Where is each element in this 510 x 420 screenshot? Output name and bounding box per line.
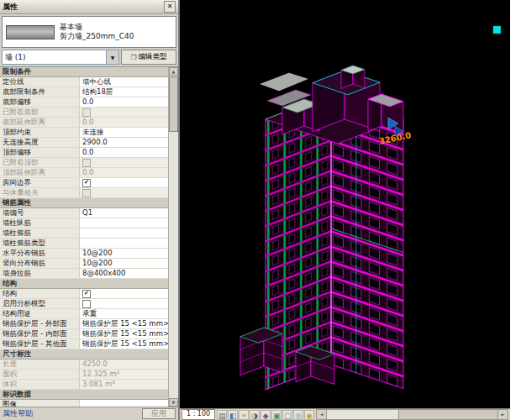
show-rendering-dialog-icon[interactable]: ◆ bbox=[260, 410, 271, 420]
properties-help-link[interactable]: 属性帮助 bbox=[3, 408, 33, 419]
property-value[interactable] bbox=[80, 218, 168, 228]
property-label: 长度 bbox=[0, 360, 80, 369]
property-value[interactable]: 2900.0 bbox=[80, 138, 168, 147]
property-row: 面积12.325 m² bbox=[0, 370, 168, 380]
scale-control[interactable]: 1 : 100 bbox=[181, 409, 215, 420]
reveal-hidden-elements-icon[interactable]: ◉ bbox=[304, 410, 314, 420]
property-row: 房间边界✔ bbox=[0, 178, 168, 188]
property-group-header[interactable]: 限制条件 bbox=[0, 67, 168, 77]
property-label: 墙柱箍筋 bbox=[0, 228, 80, 238]
property-label: 与体量相关 bbox=[0, 188, 80, 197]
property-label: 水平分布钢筋 bbox=[0, 249, 80, 258]
type-selector-preview[interactable]: 基本墙 剪力墙_250mm_C40 bbox=[2, 16, 176, 48]
sun-path-icon[interactable]: ☀ bbox=[239, 410, 249, 420]
property-value[interactable]: 10@200 bbox=[80, 259, 168, 268]
property-label: 体积 bbox=[0, 380, 80, 389]
property-value[interactable] bbox=[80, 400, 168, 407]
close-icon[interactable]: ✕ bbox=[164, 1, 176, 13]
property-value[interactable] bbox=[80, 239, 168, 248]
crop-view-icon[interactable]: ▣ bbox=[271, 410, 281, 420]
property-label: 已附着底部 bbox=[0, 108, 80, 117]
scroll-down-icon[interactable]: ▼ bbox=[169, 398, 178, 407]
scroll-up-icon[interactable]: ▲ bbox=[169, 67, 178, 76]
properties-title: 属性 bbox=[3, 2, 164, 13]
property-value bbox=[80, 108, 168, 117]
property-value[interactable]: 墙中心线 bbox=[80, 77, 168, 87]
property-value[interactable] bbox=[80, 299, 168, 308]
property-row: 钢筋保护层 - 外部面钢筋保护层 15 <15 mm> bbox=[0, 319, 168, 329]
property-group-header[interactable]: 尺寸标注 bbox=[0, 349, 168, 360]
edit-type-icon: ❐ bbox=[130, 54, 136, 61]
selection-handle[interactable] bbox=[493, 26, 501, 34]
property-checkbox[interactable]: ✔ bbox=[82, 179, 91, 187]
property-value[interactable]: 钢筋保护层 15 <15 mm> bbox=[80, 319, 168, 328]
horizontal-scrollbar[interactable]: ◄ ► bbox=[316, 409, 508, 420]
element-filter-select[interactable]: 墙 (1) ▼ bbox=[2, 50, 119, 65]
property-row: 与体量相关 bbox=[0, 188, 168, 198]
shadows-icon[interactable]: ◑ bbox=[250, 410, 260, 420]
show-crop-region-icon[interactable]: ▢ bbox=[282, 410, 292, 420]
property-value[interactable]: 0.0 bbox=[80, 148, 168, 157]
property-checkbox[interactable] bbox=[82, 300, 91, 308]
property-value[interactable]: 10@200 bbox=[80, 249, 168, 258]
property-label: 竖向分布钢筋 bbox=[0, 259, 80, 268]
property-value[interactable]: 结构18层 bbox=[80, 87, 168, 97]
properties-panel: 属性 ✕ 基本墙 剪力墙_250mm_C40 墙 (1) ▼ ❐ 编辑类型 限制… bbox=[0, 0, 180, 420]
property-value[interactable]: 8@400x400 bbox=[80, 269, 168, 278]
property-label: 墙身拉筋 bbox=[0, 269, 80, 278]
visual-style-icon[interactable]: ◧ bbox=[228, 410, 238, 420]
property-label: 面积 bbox=[0, 370, 80, 379]
drawing-area[interactable]: 3260.0 bbox=[180, 0, 510, 408]
property-grid-wrap: 限制条件定位线墙中心线底部限制条件结构18层底部偏移0.0已附着底部底部延伸距离… bbox=[0, 66, 178, 407]
scroll-left-icon[interactable]: ◄ bbox=[317, 410, 327, 419]
property-checkbox bbox=[82, 159, 91, 167]
chevron-down-icon[interactable]: ▼ bbox=[106, 50, 118, 64]
properties-titlebar[interactable]: 属性 ✕ bbox=[0, 0, 178, 14]
edit-type-button[interactable]: ❐ 编辑类型 bbox=[121, 50, 176, 65]
property-row: 水平分布钢筋10@200 bbox=[0, 249, 168, 259]
property-value: 3.081 m³ bbox=[80, 380, 168, 389]
property-row: 长度4250.0 bbox=[0, 360, 168, 370]
property-group-header[interactable]: 标识数据 bbox=[0, 390, 168, 400]
property-value[interactable]: 0.0 bbox=[80, 97, 168, 107]
property-grid: 限制条件定位线墙中心线底部限制条件结构18层底部偏移0.0已附着底部底部延伸距离… bbox=[0, 67, 168, 407]
property-value[interactable] bbox=[80, 228, 168, 238]
property-label: 房间边界 bbox=[0, 178, 80, 187]
scrollbar-thumb[interactable] bbox=[169, 76, 178, 132]
property-label: 墙编号 bbox=[0, 208, 80, 218]
property-value bbox=[80, 158, 168, 167]
property-value[interactable]: 承重 bbox=[80, 309, 168, 318]
property-label: 启用分析模型 bbox=[0, 299, 80, 308]
panel-scrollbar[interactable]: ▲ ▼ bbox=[168, 67, 178, 407]
property-label: 已附着顶部 bbox=[0, 158, 80, 167]
property-checkbox[interactable]: ✔ bbox=[82, 290, 91, 298]
property-label: 墙柱纵筋 bbox=[0, 218, 80, 228]
property-row: 墙柱箍筋类型 bbox=[0, 239, 168, 249]
property-row: 顶部偏移0.0 bbox=[0, 148, 168, 158]
property-value[interactable]: 钢筋保护层 15 <15 mm> bbox=[80, 339, 168, 349]
property-row: 底部延伸距离0.0 bbox=[0, 118, 168, 128]
property-group-header[interactable]: 钢筋属性 bbox=[0, 198, 168, 208]
property-group-header[interactable]: 结构 bbox=[0, 279, 168, 289]
scroll-right-icon[interactable]: ► bbox=[497, 410, 507, 419]
property-row: 竖向分布钢筋10@200 bbox=[0, 259, 168, 269]
type-name: 剪力墙_250mm_C40 bbox=[60, 32, 134, 41]
property-value[interactable]: Q1 bbox=[80, 208, 168, 218]
property-value[interactable]: ✔ bbox=[80, 178, 168, 187]
property-value[interactable]: 钢筋保护层 15 <15 mm> bbox=[80, 329, 168, 339]
property-label: 图像 bbox=[0, 400, 80, 407]
property-value[interactable]: 未连接 bbox=[80, 128, 168, 137]
property-row: 结构用途承重 bbox=[0, 309, 168, 319]
temporary-hide-isolate-icon[interactable]: ◎ bbox=[293, 410, 303, 420]
horizontal-scroll-track[interactable] bbox=[327, 410, 497, 419]
property-row: 顶部延伸距离0.0 bbox=[0, 168, 168, 178]
horizontal-scroll-thumb[interactable] bbox=[327, 410, 399, 419]
property-row: 墙柱纵筋 bbox=[0, 218, 168, 228]
3d-building-view: 3260.0 bbox=[180, 0, 510, 408]
detail-level-icon[interactable]: ▤ bbox=[217, 410, 227, 420]
property-value[interactable]: ✔ bbox=[80, 289, 168, 298]
property-row: 已附着底部 bbox=[0, 108, 168, 118]
apply-button[interactable]: 应用 bbox=[142, 408, 176, 419]
property-checkbox bbox=[82, 108, 91, 117]
type-family-name: 基本墙 bbox=[60, 23, 134, 32]
